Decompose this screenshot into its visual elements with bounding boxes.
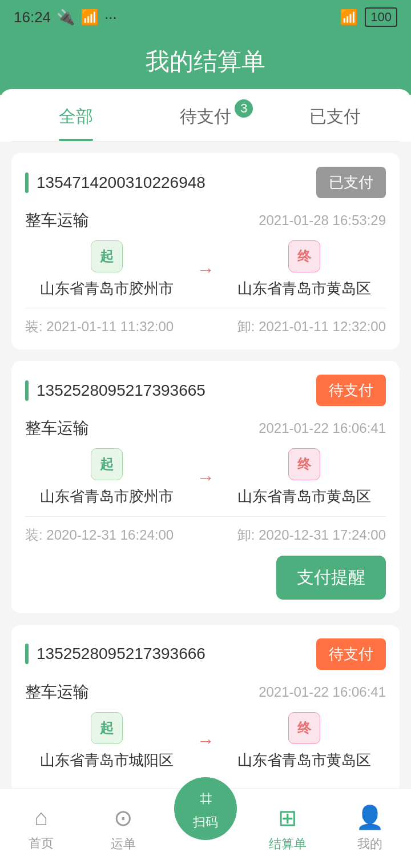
card-3-arrow: → bbox=[188, 730, 223, 752]
card-3-origin-point: 起 山东省青岛市城阳区 bbox=[25, 712, 188, 770]
card-1-load-time: 装: 2021-01-11 11:32:00 bbox=[25, 318, 174, 336]
list-icon: ⊞ bbox=[278, 805, 297, 831]
card-1-id: 1354714200310226948 bbox=[37, 174, 206, 192]
status-bar: 16:24 🔌 📶 ··· 📶 100 bbox=[0, 0, 411, 34]
tab-all[interactable]: 全部 bbox=[11, 89, 141, 141]
card-2-id-bar bbox=[25, 380, 29, 401]
nav-settlement-label: 结算单 bbox=[269, 835, 307, 853]
card-3-dest-point: 终 山东省青岛市黄岛区 bbox=[223, 712, 386, 770]
card-3-start-tag: 起 bbox=[91, 712, 123, 744]
card-2-times: 装: 2020-12-31 16:24:00 卸: 2020-12-31 17:… bbox=[25, 516, 386, 544]
card-2-dest-name: 山东省青岛市黄岛区 bbox=[237, 486, 371, 507]
card-3-time: 2021-01-22 16:06:41 bbox=[259, 684, 386, 700]
card-3-dest-name: 山东省青岛市黄岛区 bbox=[237, 750, 371, 770]
card-3-meta: 整车运输 2021-01-22 16:06:41 bbox=[25, 681, 386, 703]
card-1-time: 2021-01-28 16:53:29 bbox=[259, 212, 386, 228]
card-1-status-badge: 已支付 bbox=[316, 167, 386, 198]
card-2-meta: 整车运输 2021-01-22 16:06:41 bbox=[25, 417, 386, 439]
card-1-dest-point: 终 山东省青岛市黄岛区 bbox=[223, 240, 386, 299]
nav-settlement[interactable]: ⊞ 结算单 bbox=[247, 805, 329, 853]
card-1-arrow: → bbox=[188, 259, 223, 280]
user-icon: 👤 bbox=[356, 804, 384, 831]
card-1-start-tag: 起 bbox=[91, 240, 123, 272]
qr-icon: ⌗ bbox=[200, 786, 212, 811]
card-2-load-time: 装: 2020-12-31 16:24:00 bbox=[25, 526, 174, 544]
qr-scan-button[interactable]: ⌗ 扫码 bbox=[174, 777, 237, 840]
wifi-icon: 📶 bbox=[340, 9, 358, 26]
card-2: 1352528095217393665 待支付 整车运输 2021-01-22 … bbox=[11, 361, 400, 613]
card-3-end-tag: 终 bbox=[288, 712, 320, 744]
sim-icon: 📶 bbox=[80, 9, 99, 26]
card-1-header: 1354714200310226948 已支付 bbox=[25, 167, 386, 198]
bottom-nav: ⌂ 首页 ⊙ 运单 ⌗ 扫码 ⊞ 结算单 👤 我的 bbox=[0, 788, 411, 868]
card-1-end-tag: 终 bbox=[288, 240, 320, 272]
page-title: 我的结算单 bbox=[0, 46, 411, 78]
tab-paid[interactable]: 已支付 bbox=[270, 89, 400, 141]
nav-waybill-label: 运单 bbox=[111, 835, 136, 853]
nav-scan-label: 扫码 bbox=[193, 814, 218, 831]
card-3-id: 1352528095217393666 bbox=[37, 645, 206, 663]
tabs-container: 全部 待支付 3 已支付 bbox=[0, 89, 411, 142]
card-2-unload-time: 卸: 2020-12-31 17:24:00 bbox=[237, 526, 386, 544]
card-2-end-tag: 终 bbox=[288, 448, 320, 480]
card-2-time: 2021-01-22 16:06:41 bbox=[259, 420, 386, 436]
card-2-pay-reminder-wrapper: 支付提醒 bbox=[25, 556, 386, 600]
nav-waybill[interactable]: ⊙ 运单 bbox=[82, 805, 164, 853]
nav-scan[interactable]: ⌗ 扫码 bbox=[164, 806, 247, 840]
card-2-id: 1352528095217393665 bbox=[37, 381, 206, 400]
card-2-origin-point: 起 山东省青岛市胶州市 bbox=[25, 448, 188, 507]
nav-home[interactable]: ⌂ 首页 bbox=[0, 805, 82, 852]
truck-icon: ⊙ bbox=[114, 805, 133, 831]
card-1-id-bar bbox=[25, 172, 29, 193]
card-2-route: 起 山东省青岛市胶州市 → 终 山东省青岛市黄岛区 bbox=[25, 448, 386, 507]
card-2-arrow: → bbox=[188, 467, 223, 488]
card-3-id-bar bbox=[25, 644, 29, 664]
card-1: 1354714200310226948 已支付 整车运输 2021-01-28 … bbox=[11, 153, 400, 349]
card-1-id-wrapper: 1354714200310226948 bbox=[25, 172, 206, 193]
card-2-id-wrapper: 1352528095217393665 bbox=[25, 380, 206, 401]
card-2-origin-name: 山东省青岛市胶州市 bbox=[40, 486, 174, 507]
card-2-status-badge: 待支付 bbox=[316, 375, 386, 406]
nav-mine[interactable]: 👤 我的 bbox=[329, 804, 411, 853]
card-1-times: 装: 2021-01-11 11:32:00 卸: 2021-01-11 12:… bbox=[25, 308, 386, 336]
card-2-type: 整车运输 bbox=[25, 417, 89, 439]
card-2-start-tag: 起 bbox=[91, 448, 123, 480]
card-1-dest-name: 山东省青岛市黄岛区 bbox=[237, 278, 371, 299]
battery-display: 100 bbox=[365, 7, 397, 27]
card-3-route: 起 山东省青岛市城阳区 → 终 山东省青岛市黄岛区 bbox=[25, 712, 386, 770]
card-3-id-wrapper: 1352528095217393666 bbox=[25, 644, 206, 664]
card-1-route: 起 山东省青岛市胶州市 → 终 山东省青岛市黄岛区 bbox=[25, 240, 386, 299]
usb-icon: 🔌 bbox=[57, 9, 75, 26]
pending-badge: 3 bbox=[235, 99, 253, 118]
content-area: 1354714200310226948 已支付 整车运输 2021-01-28 … bbox=[0, 142, 411, 868]
card-1-origin-name: 山东省青岛市胶州市 bbox=[40, 278, 174, 299]
card-2-header: 1352528095217393665 待支付 bbox=[25, 375, 386, 406]
status-time: 16:24 bbox=[14, 9, 51, 26]
more-icon: ··· bbox=[104, 9, 117, 26]
card-3-origin-name: 山东省青岛市城阳区 bbox=[40, 750, 174, 770]
card-3-type: 整车运输 bbox=[25, 681, 89, 703]
nav-home-label: 首页 bbox=[29, 835, 54, 852]
card-1-origin-point: 起 山东省青岛市胶州市 bbox=[25, 240, 188, 299]
card-1-meta: 整车运输 2021-01-28 16:53:29 bbox=[25, 210, 386, 231]
pay-reminder-button[interactable]: 支付提醒 bbox=[276, 556, 386, 600]
card-1-type: 整车运输 bbox=[25, 210, 89, 231]
tab-pending[interactable]: 待支付 3 bbox=[141, 89, 271, 141]
card-3-header: 1352528095217393666 待支付 bbox=[25, 638, 386, 670]
page-header: 我的结算单 bbox=[0, 34, 411, 95]
status-right: 📶 100 bbox=[340, 7, 397, 27]
card-3-status-badge: 待支付 bbox=[316, 638, 386, 670]
card-1-unload-time: 卸: 2021-01-11 12:32:00 bbox=[237, 318, 386, 336]
home-icon: ⌂ bbox=[34, 805, 48, 830]
card-2-dest-point: 终 山东省青岛市黄岛区 bbox=[223, 448, 386, 507]
status-left: 16:24 🔌 📶 ··· bbox=[14, 9, 117, 26]
card-3: 1352528095217393666 待支付 整车运输 2021-01-22 … bbox=[11, 625, 400, 793]
tabs: 全部 待支付 3 已支付 bbox=[11, 89, 400, 142]
nav-mine-label: 我的 bbox=[357, 835, 382, 853]
